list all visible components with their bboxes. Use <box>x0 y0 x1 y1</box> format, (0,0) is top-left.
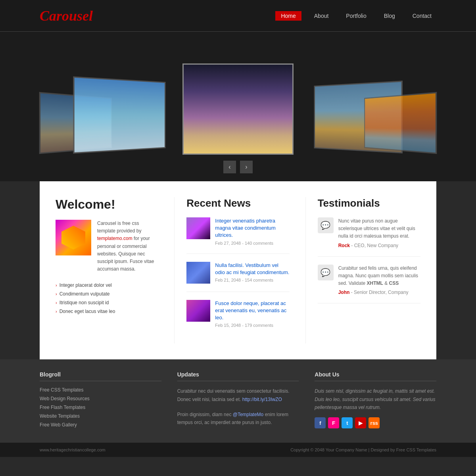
carousel-section: ‹ › <box>0 32 476 181</box>
welcome-column: Welcome! Carousel is free css template p… <box>56 197 158 344</box>
testimonial-item: 💬 Curabitur sed felis urna, quis eleifen… <box>318 265 420 304</box>
footer: Blogroll Free CSS Templates Web Design R… <box>0 359 476 443</box>
bottom-copyright: Copyright © 2048 Your Company Name | Des… <box>290 447 436 452</box>
arrow-icon: › <box>56 283 57 288</box>
news-item-body: Integer venenatis pharetra magna vitae c… <box>215 217 289 246</box>
bottom-url: www.heritagechristiancollege.com <box>40 447 106 452</box>
footer-blogroll: Blogroll Free CSS Templates Web Design R… <box>40 371 161 431</box>
flickr-icon[interactable]: F <box>328 417 339 428</box>
blogroll-link-2[interactable]: Web Design Resources <box>40 396 161 401</box>
testimonial-text-1: Nunc vitae purus non augue scelerisque u… <box>338 217 420 240</box>
testimonial-text-2: Curabitur sed felis urna, quis eleifend … <box>338 265 420 288</box>
rss-icon[interactable]: rss <box>369 417 380 428</box>
main-content: Welcome! Carousel is free css template p… <box>40 181 436 359</box>
carousel-image-center <box>182 63 294 155</box>
blogroll-link-3[interactable]: Free Flash Templates <box>40 405 161 410</box>
main-nav: Home About Portfolio Blog Contact <box>275 11 436 21</box>
news-title-1[interactable]: Integer venenatis pharetra magna vitae c… <box>215 217 289 239</box>
main-wrapper: Welcome! Carousel is free css template p… <box>0 181 476 359</box>
welcome-brand: Carousel <box>97 221 116 226</box>
carousel-controls: ‹ › <box>223 161 253 173</box>
blogroll-title: Blogroll <box>40 371 161 381</box>
news-item-body: Nulla facilisi. Vestibulum vel odio ac m… <box>215 262 289 284</box>
arrow-icon: › <box>56 300 57 305</box>
facebook-icon[interactable]: f <box>315 417 326 428</box>
list-item: ›Condimentum vulputate <box>56 290 158 298</box>
site-logo[interactable]: Carousel <box>40 8 93 24</box>
blogroll-link-1[interactable]: Free CSS Templates <box>40 387 161 393</box>
carousel-prev-button[interactable]: ‹ <box>223 161 236 173</box>
testimonial-body-2: Curabitur sed felis urna, quis eleifend … <box>338 265 420 296</box>
testimonials-title: Testimonials <box>318 197 420 209</box>
blogroll-link-5[interactable]: Free Web Gallery <box>40 422 161 428</box>
welcome-thumbnail <box>56 220 91 255</box>
welcome-link-4[interactable]: Donec eget lacus vitae leo <box>60 309 115 314</box>
carousel-track <box>0 44 476 155</box>
welcome-link-3[interactable]: Itristique non suscipit id <box>60 300 109 305</box>
about-text: Duis sem nisl, dignissim ac feugiat in, … <box>315 387 436 411</box>
welcome-link[interactable]: templatemo.com <box>97 236 132 241</box>
testimonial-icon-2: 💬 <box>318 265 334 280</box>
news-item: Integer venenatis pharetra magna vitae c… <box>186 217 289 254</box>
social-icons: f F t ▶ rss <box>315 417 436 428</box>
welcome-body-text: Carousel is free css template provided b… <box>97 220 158 273</box>
nav-blog[interactable]: Blog <box>379 11 400 21</box>
updates-para2: Proin dignissim, diam nec @TemplateMo en… <box>177 411 299 427</box>
welcome-thumb-graphic <box>61 226 85 250</box>
header: Carousel Home About Portfolio Blog Conta… <box>0 0 476 32</box>
list-item: ›Integer placerat dolor vel <box>56 281 158 290</box>
footer-about: About Us Duis sem nisl, dignissim ac feu… <box>315 371 436 431</box>
nav-portfolio[interactable]: Portfolio <box>341 11 371 21</box>
news-meta-1: Feb 27, 2048 - 140 comments <box>215 241 289 246</box>
news-thumbnail-1 <box>186 217 210 239</box>
welcome-title: Welcome! <box>56 197 158 212</box>
youtube-icon[interactable]: ▶ <box>355 417 366 428</box>
updates-para1: Curabitur nec dui venenatis sem consecte… <box>177 387 299 403</box>
welcome-links-list: ›Integer placerat dolor vel ›Condimentum… <box>56 281 158 316</box>
news-title-2[interactable]: Nulla facilisi. Vestibulum vel odio ac m… <box>215 262 289 276</box>
carousel-image-4 <box>364 92 437 154</box>
list-item: ›Donec eget lacus vitae leo <box>56 307 158 316</box>
updates-title: Updates <box>177 371 299 381</box>
updates-mention[interactable]: @TemplateMo <box>233 412 264 417</box>
news-item-body: Fusce dolor neque, placerat ac erat vene… <box>215 300 289 328</box>
testimonial-role-2: - <box>351 290 354 295</box>
news-column: Recent News Integer venenatis pharetra m… <box>174 197 289 344</box>
testimonial-role-1: - <box>351 243 354 248</box>
twitter-icon[interactable]: t <box>342 417 353 428</box>
updates-link[interactable]: http://bit.ly/13IwZO <box>242 397 282 402</box>
news-item: Nulla facilisi. Vestibulum vel odio ac m… <box>186 262 289 292</box>
css-link[interactable]: CSS <box>389 280 399 286</box>
testimonial-item: 💬 Nunc vitae purus non augue scelerisque… <box>318 217 420 257</box>
news-title: Recent News <box>186 197 289 209</box>
testimonial-author-2: John - Senior Director, Company <box>338 290 420 295</box>
arrow-icon: › <box>56 292 57 296</box>
carousel-image-2 <box>73 76 165 154</box>
testimonial-name-2: John <box>338 290 350 295</box>
news-thumbnail-2 <box>186 262 210 284</box>
news-item: Fusce dolor neque, placerat ac erat vene… <box>186 300 289 336</box>
nav-about[interactable]: About <box>309 11 334 21</box>
news-title-3[interactable]: Fusce dolor neque, placerat ac erat vene… <box>215 300 289 322</box>
welcome-link-1[interactable]: Integer placerat dolor vel <box>60 282 112 288</box>
testimonials-column: Testimonials 💬 Nunc vitae purus non augu… <box>305 197 420 344</box>
about-title: About Us <box>315 371 436 381</box>
arrow-icon: › <box>56 309 57 314</box>
testimonial-company-1: CEO, New Company <box>354 243 398 248</box>
testimonial-body-1: Nunc vitae purus non augue scelerisque u… <box>338 217 420 248</box>
carousel-next-button[interactable]: › <box>240 161 253 173</box>
bottom-bar: www.heritagechristiancollege.com Copyrig… <box>0 443 476 457</box>
news-meta-3: Feb 15, 2048 - 179 comments <box>215 323 289 328</box>
news-thumbnail-3 <box>186 300 210 322</box>
blogroll-link-4[interactable]: Website Templates <box>40 413 161 419</box>
welcome-link-2[interactable]: Condimentum vulputate <box>60 291 110 297</box>
list-item: ›Itristique non suscipit id <box>56 298 158 307</box>
xhtml-link[interactable]: XHTML <box>367 280 383 286</box>
testimonial-company-2: Senior Director, Company <box>354 290 408 295</box>
nav-home[interactable]: Home <box>275 11 301 21</box>
nav-contact[interactable]: Contact <box>408 11 436 21</box>
testimonial-icon-1: 💬 <box>318 217 334 233</box>
testimonial-author-1: Rock - CEO, New Company <box>338 243 420 248</box>
news-meta-2: Feb 21, 2048 - 154 comments <box>215 278 289 282</box>
welcome-intro: Carousel is free css template provided b… <box>56 220 158 273</box>
